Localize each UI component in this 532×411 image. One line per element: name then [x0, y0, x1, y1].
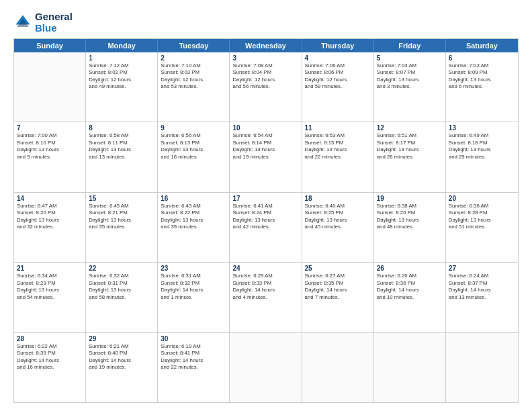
day-cell-9: 9Sunrise: 6:56 AM Sunset: 8:13 PM Daylig…: [158, 122, 230, 192]
header-thursday: Thursday: [302, 39, 374, 52]
day-number: 9: [161, 124, 226, 132]
day-cell-24: 24Sunrise: 6:29 AM Sunset: 8:33 PM Dayli…: [230, 263, 302, 332]
day-cell-22: 22Sunrise: 6:32 AM Sunset: 8:31 PM Dayli…: [86, 263, 158, 332]
day-info: Sunrise: 7:04 AM Sunset: 8:07 PM Dayligh…: [377, 62, 443, 91]
day-info: Sunrise: 6:24 AM Sunset: 8:37 PM Dayligh…: [449, 273, 515, 301]
day-number: 3: [232, 54, 298, 62]
day-cell-6: 6Sunrise: 7:02 AM Sunset: 8:09 PM Daylig…: [446, 52, 518, 122]
logo-text: General Blue: [35, 11, 73, 34]
day-cell-1: 1Sunrise: 7:12 AM Sunset: 8:02 PM Daylig…: [86, 52, 158, 122]
day-info: Sunrise: 7:08 AM Sunset: 8:04 PM Dayligh…: [232, 62, 298, 91]
day-number: 5: [377, 54, 443, 62]
day-cell-16: 16Sunrise: 6:43 AM Sunset: 8:22 PM Dayli…: [158, 193, 230, 263]
day-info: Sunrise: 6:36 AM Sunset: 8:28 PM Dayligh…: [449, 203, 515, 231]
calendar-row-4: 28Sunrise: 6:22 AM Sunset: 8:39 PM Dayli…: [14, 332, 518, 403]
day-info: Sunrise: 6:29 AM Sunset: 8:33 PM Dayligh…: [232, 273, 298, 301]
day-info: Sunrise: 6:49 AM Sunset: 8:18 PM Dayligh…: [449, 132, 515, 161]
day-cell-27: 27Sunrise: 6:24 AM Sunset: 8:37 PM Dayli…: [446, 263, 518, 332]
day-number: 27: [449, 265, 515, 272]
day-number: 8: [89, 124, 154, 132]
empty-cell-4-6: [446, 333, 518, 403]
day-number: 6: [449, 54, 515, 62]
day-number: 29: [89, 335, 154, 342]
day-number: 2: [161, 54, 226, 62]
logo-icon: [13, 13, 32, 32]
day-info: Sunrise: 7:06 AM Sunset: 8:06 PM Dayligh…: [305, 62, 371, 91]
day-info: Sunrise: 6:22 AM Sunset: 8:39 PM Dayligh…: [17, 343, 83, 371]
day-cell-21: 21Sunrise: 6:34 AM Sunset: 8:29 PM Dayli…: [14, 263, 86, 332]
day-info: Sunrise: 6:26 AM Sunset: 8:36 PM Dayligh…: [377, 273, 443, 301]
day-cell-20: 20Sunrise: 6:36 AM Sunset: 8:28 PM Dayli…: [446, 193, 518, 263]
day-cell-13: 13Sunrise: 6:49 AM Sunset: 8:18 PM Dayli…: [446, 122, 518, 192]
day-info: Sunrise: 6:21 AM Sunset: 8:40 PM Dayligh…: [89, 343, 154, 371]
day-cell-14: 14Sunrise: 6:47 AM Sunset: 8:20 PM Dayli…: [14, 193, 86, 263]
header-saturday: Saturday: [446, 39, 518, 52]
day-cell-25: 25Sunrise: 6:27 AM Sunset: 8:35 PM Dayli…: [302, 263, 374, 332]
day-number: 20: [449, 195, 515, 202]
day-info: Sunrise: 6:27 AM Sunset: 8:35 PM Dayligh…: [305, 273, 371, 301]
empty-cell-4-4: [302, 333, 374, 403]
day-number: 4: [305, 54, 371, 62]
day-number: 14: [17, 195, 83, 202]
header-tuesday: Tuesday: [158, 39, 230, 52]
empty-cell-4-5: [374, 333, 446, 403]
day-number: 17: [232, 195, 298, 202]
calendar-body: 1Sunrise: 7:12 AM Sunset: 8:02 PM Daylig…: [14, 52, 518, 403]
calendar-row-0: 1Sunrise: 7:12 AM Sunset: 8:02 PM Daylig…: [14, 52, 518, 122]
day-info: Sunrise: 6:58 AM Sunset: 8:11 PM Dayligh…: [89, 132, 154, 161]
header-sunday: Sunday: [14, 39, 86, 52]
day-info: Sunrise: 6:54 AM Sunset: 8:14 PM Dayligh…: [232, 132, 298, 161]
day-cell-11: 11Sunrise: 6:53 AM Sunset: 8:15 PM Dayli…: [302, 122, 374, 192]
day-cell-30: 30Sunrise: 6:19 AM Sunset: 8:41 PM Dayli…: [158, 333, 230, 403]
day-number: 18: [305, 195, 371, 202]
day-cell-8: 8Sunrise: 6:58 AM Sunset: 8:11 PM Daylig…: [86, 122, 158, 192]
day-cell-26: 26Sunrise: 6:26 AM Sunset: 8:36 PM Dayli…: [374, 263, 446, 332]
day-cell-29: 29Sunrise: 6:21 AM Sunset: 8:40 PM Dayli…: [86, 333, 158, 403]
day-info: Sunrise: 7:12 AM Sunset: 8:02 PM Dayligh…: [89, 62, 154, 91]
calendar-row-3: 21Sunrise: 6:34 AM Sunset: 8:29 PM Dayli…: [14, 262, 518, 332]
day-number: 19: [377, 195, 443, 202]
day-cell-3: 3Sunrise: 7:08 AM Sunset: 8:04 PM Daylig…: [230, 52, 302, 122]
day-number: 13: [449, 124, 515, 132]
day-info: Sunrise: 6:56 AM Sunset: 8:13 PM Dayligh…: [161, 132, 226, 161]
day-cell-19: 19Sunrise: 6:38 AM Sunset: 8:26 PM Dayli…: [374, 193, 446, 263]
header: General Blue: [13, 11, 519, 34]
day-number: 1: [89, 54, 154, 62]
day-number: 10: [232, 124, 298, 132]
day-cell-15: 15Sunrise: 6:45 AM Sunset: 8:21 PM Dayli…: [86, 193, 158, 263]
day-cell-12: 12Sunrise: 6:51 AM Sunset: 8:17 PM Dayli…: [374, 122, 446, 192]
day-info: Sunrise: 6:38 AM Sunset: 8:26 PM Dayligh…: [377, 203, 443, 231]
day-info: Sunrise: 6:53 AM Sunset: 8:15 PM Dayligh…: [305, 132, 371, 161]
day-info: Sunrise: 6:43 AM Sunset: 8:22 PM Dayligh…: [161, 203, 226, 231]
header-friday: Friday: [374, 39, 446, 52]
day-cell-23: 23Sunrise: 6:31 AM Sunset: 8:32 PM Dayli…: [158, 263, 230, 332]
day-number: 16: [161, 195, 226, 202]
day-number: 15: [89, 195, 154, 202]
day-info: Sunrise: 6:51 AM Sunset: 8:17 PM Dayligh…: [377, 132, 443, 161]
day-number: 21: [17, 265, 83, 272]
day-info: Sunrise: 7:00 AM Sunset: 8:10 PM Dayligh…: [17, 132, 83, 161]
day-number: 12: [377, 124, 443, 132]
day-cell-5: 5Sunrise: 7:04 AM Sunset: 8:07 PM Daylig…: [374, 52, 446, 122]
day-info: Sunrise: 7:10 AM Sunset: 8:03 PM Dayligh…: [161, 62, 226, 91]
day-info: Sunrise: 6:19 AM Sunset: 8:41 PM Dayligh…: [161, 343, 226, 371]
logo: General Blue: [13, 11, 73, 34]
day-info: Sunrise: 7:02 AM Sunset: 8:09 PM Dayligh…: [449, 62, 515, 91]
empty-cell-4-3: [230, 333, 302, 403]
day-info: Sunrise: 6:47 AM Sunset: 8:20 PM Dayligh…: [17, 203, 83, 231]
calendar-header: Sunday Monday Tuesday Wednesday Thursday…: [14, 39, 518, 52]
day-cell-10: 10Sunrise: 6:54 AM Sunset: 8:14 PM Dayli…: [230, 122, 302, 192]
day-cell-17: 17Sunrise: 6:41 AM Sunset: 8:24 PM Dayli…: [230, 193, 302, 263]
day-cell-2: 2Sunrise: 7:10 AM Sunset: 8:03 PM Daylig…: [158, 52, 230, 122]
day-number: 30: [161, 335, 226, 342]
day-info: Sunrise: 6:31 AM Sunset: 8:32 PM Dayligh…: [161, 273, 226, 301]
calendar-row-2: 14Sunrise: 6:47 AM Sunset: 8:20 PM Dayli…: [14, 192, 518, 263]
day-info: Sunrise: 6:41 AM Sunset: 8:24 PM Dayligh…: [232, 203, 298, 231]
day-info: Sunrise: 6:40 AM Sunset: 8:25 PM Dayligh…: [305, 203, 371, 231]
page: General Blue Sunday Monday Tuesday Wedne…: [0, 0, 532, 411]
day-number: 7: [17, 124, 83, 132]
day-cell-4: 4Sunrise: 7:06 AM Sunset: 8:06 PM Daylig…: [302, 52, 374, 122]
day-number: 28: [17, 335, 83, 342]
day-number: 24: [232, 265, 298, 272]
empty-cell-0-0: [14, 52, 86, 122]
